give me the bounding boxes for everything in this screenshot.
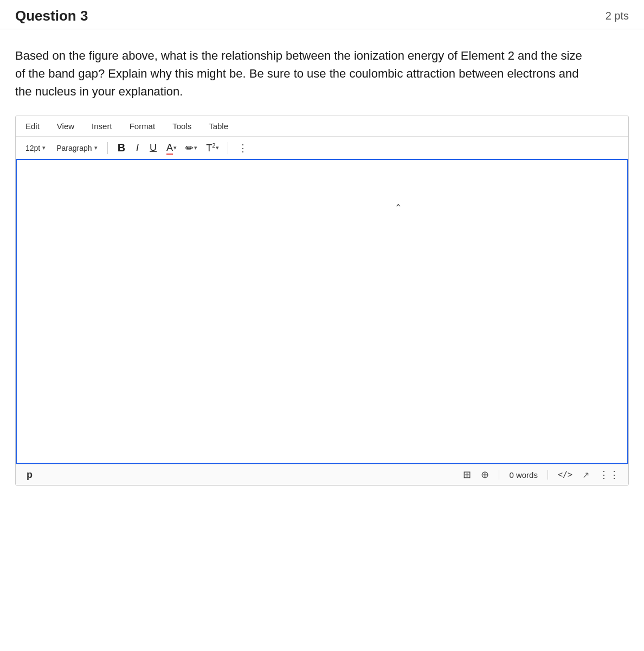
more-options-icon: ⋮ [238, 142, 248, 154]
status-bar: p ⊞ ⊕ 0 words </> ↗ ⋮⋮ [16, 464, 628, 485]
status-more-icon[interactable]: ⋮⋮ [599, 469, 620, 481]
toolbar: 12pt ▾ Paragraph ▾ B I U A ▾ ✏ ▾ [16, 137, 628, 160]
superscript-icon: T2 [206, 142, 215, 154]
menu-view[interactable]: View [55, 120, 76, 132]
resize-icon[interactable]: ↗ [582, 470, 589, 480]
question-title: Question 3 [15, 8, 88, 24]
highlight-icon: ✏ [185, 142, 194, 154]
font-color-button[interactable]: A ▾ [164, 141, 179, 155]
font-size-chevron-icon: ▾ [42, 144, 46, 151]
grid-icon[interactable]: ⊞ [463, 469, 471, 481]
paragraph-chevron-icon: ▾ [94, 144, 98, 151]
more-options-button[interactable]: ⋮ [235, 141, 252, 156]
italic-button[interactable]: I [133, 141, 142, 155]
menu-insert[interactable]: Insert [89, 120, 114, 132]
question-text: Based on the figure above, what is the r… [15, 47, 584, 100]
menu-bar: Edit View Insert Format Tools Table [16, 116, 628, 137]
menu-edit[interactable]: Edit [23, 120, 42, 132]
status-divider-2 [548, 470, 548, 480]
editor-container: Edit View Insert Format Tools Table 12pt… [15, 116, 629, 486]
code-view-button[interactable]: </> [558, 470, 572, 480]
font-color-icon: A [166, 142, 173, 154]
toolbar-divider-2 [228, 142, 228, 154]
paragraph-tag-label: p [24, 469, 33, 481]
bold-button[interactable]: B [114, 140, 128, 156]
question-body: Based on the figure above, what is the r… [0, 29, 644, 496]
accessibility-icon[interactable]: ⊕ [481, 469, 489, 481]
header-bar: Question 3 2 pts [0, 0, 644, 29]
text-cursor-icon: ‸ [396, 193, 400, 207]
highlight-chevron-icon: ▾ [194, 144, 197, 151]
font-size-select[interactable]: 12pt ▾ [22, 143, 49, 154]
menu-format[interactable]: Format [127, 120, 158, 132]
word-count-label: 0 words [509, 470, 538, 480]
underline-button[interactable]: U [146, 141, 160, 155]
editor-text-area[interactable]: ‸ [16, 160, 628, 464]
font-color-chevron-icon: ▾ [173, 144, 177, 151]
paragraph-style-select[interactable]: Paragraph ▾ [53, 143, 100, 154]
highlight-button[interactable]: ✏ ▾ [183, 141, 199, 156]
superscript-button[interactable]: T2 ▾ [204, 141, 221, 156]
menu-tools[interactable]: Tools [170, 120, 194, 132]
superscript-chevron-icon: ▾ [216, 144, 219, 151]
status-divider-1 [499, 470, 499, 480]
page-container: Question 3 2 pts Based on the figure abo… [0, 0, 644, 651]
toolbar-divider-1 [107, 142, 108, 154]
points-label: 2 pts [606, 10, 629, 22]
menu-table[interactable]: Table [207, 120, 230, 132]
